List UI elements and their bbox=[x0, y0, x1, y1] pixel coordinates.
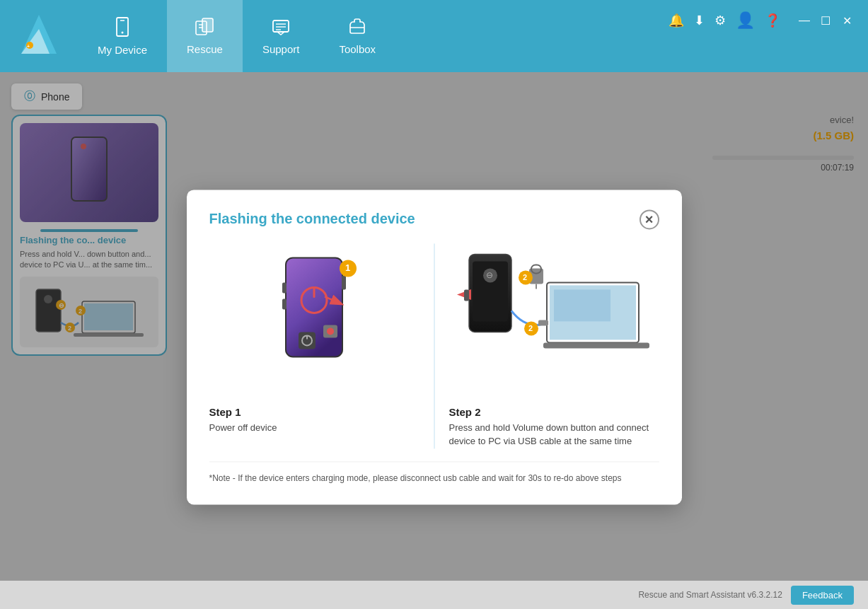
support-icon bbox=[272, 18, 290, 39]
nav-right-icons: 🔔 ⬇ ⚙ 👤 ❓ — ☐ ✕ bbox=[669, 11, 854, 30]
svg-rect-54 bbox=[543, 342, 649, 348]
svg-rect-32 bbox=[282, 298, 287, 309]
bottom-bar: Rescue and Smart Assistant v6.3.2.12 Fee… bbox=[0, 581, 868, 609]
step-2-illustration: ⊖ 2 bbox=[449, 243, 659, 399]
close-button[interactable]: ✕ bbox=[840, 14, 854, 28]
svg-rect-31 bbox=[282, 282, 287, 293]
svg-rect-58 bbox=[464, 289, 469, 301]
step-2-desc: Press and hold Volume down button and co… bbox=[449, 421, 659, 448]
modal-close-button[interactable]: × bbox=[640, 209, 659, 229]
step-2-column: ⊖ 2 bbox=[434, 243, 659, 448]
minimize-button[interactable]: — bbox=[797, 14, 811, 28]
nav-items: My Device Rescue Support Toolbox bbox=[78, 0, 395, 72]
nav-item-support[interactable]: Support bbox=[243, 0, 320, 72]
svg-text:+: + bbox=[27, 44, 30, 49]
step-2-label: Step 2 bbox=[449, 406, 659, 418]
step-1-label: Step 1 bbox=[209, 406, 419, 418]
nav-item-toolbox[interactable]: Toolbox bbox=[319, 0, 395, 72]
main-content: ⓪ Phone Flashing the co... device Press … bbox=[0, 72, 868, 609]
step-1-column: 1 bbox=[209, 243, 434, 448]
svg-text:1: 1 bbox=[345, 262, 350, 273]
logo-icon: + bbox=[14, 11, 64, 61]
svg-text:2: 2 bbox=[523, 273, 527, 282]
svg-point-6 bbox=[122, 31, 124, 33]
settings-icon[interactable]: ⚙ bbox=[714, 13, 726, 28]
nav-item-rescue[interactable]: Rescue bbox=[167, 0, 243, 72]
version-text: Rescue and Smart Assistant v6.3.2.12 bbox=[638, 590, 782, 600]
notification-icon[interactable]: 🔔 bbox=[669, 13, 684, 28]
rescue-icon bbox=[195, 18, 214, 39]
svg-rect-8 bbox=[202, 18, 213, 32]
step1-phone-svg: 1 bbox=[250, 243, 378, 399]
modal-body: 1 bbox=[209, 243, 659, 448]
download-icon[interactable]: ⬇ bbox=[694, 13, 705, 28]
top-navbar: + My Device Rescue Support Toolbox bbox=[0, 0, 868, 72]
modal-title: Flashing the connected device bbox=[209, 211, 415, 227]
app-logo: + bbox=[7, 8, 71, 64]
svg-rect-30 bbox=[342, 275, 346, 289]
step2-svg: ⊖ 2 bbox=[455, 243, 653, 399]
step-1-desc: Power off device bbox=[209, 421, 419, 435]
svg-text:⊖: ⊖ bbox=[486, 270, 493, 280]
window-controls: — ☐ ✕ bbox=[797, 14, 854, 28]
nav-label-toolbox: Toolbox bbox=[339, 43, 376, 55]
modal-note: *Note - If the device enters charging mo… bbox=[209, 461, 659, 485]
nav-label-my-device: My Device bbox=[98, 44, 147, 56]
feedback-button[interactable]: Feedback bbox=[791, 586, 854, 605]
svg-rect-37 bbox=[299, 332, 316, 349]
svg-rect-55 bbox=[538, 320, 548, 325]
maximize-button[interactable]: ☐ bbox=[818, 14, 833, 28]
modal-header: Flashing the connected device × bbox=[209, 209, 659, 229]
svg-rect-53 bbox=[554, 289, 611, 321]
nav-label-support: Support bbox=[262, 43, 300, 55]
step-1-illustration: 1 bbox=[209, 243, 419, 399]
my-device-icon bbox=[114, 17, 131, 40]
user-icon[interactable]: 👤 bbox=[736, 11, 755, 30]
modal-dialog: Flashing the connected device × bbox=[187, 190, 682, 504]
nav-label-rescue: Rescue bbox=[187, 43, 223, 55]
svg-point-41 bbox=[327, 327, 334, 335]
nav-item-my-device[interactable]: My Device bbox=[78, 0, 167, 72]
toolbox-icon bbox=[347, 18, 367, 39]
svg-text:2: 2 bbox=[528, 324, 533, 332]
help-icon[interactable]: ❓ bbox=[765, 13, 780, 28]
